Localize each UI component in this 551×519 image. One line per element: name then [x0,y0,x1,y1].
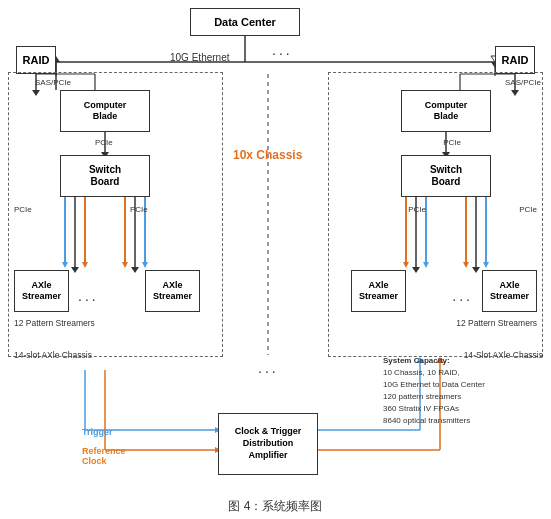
figure-caption: 图 4：系统频率图 [0,498,551,515]
pcie-left-sw: PCIe [14,205,32,214]
pcie-right-sw-l: PCIe [130,205,148,214]
ref-clock-text: ReferenceClock [82,446,126,466]
computer-blade-right-label: ComputerBlade [425,100,468,122]
raid-right: RAID [495,46,535,74]
raid-right-label: RAID [502,54,529,66]
data-center-box: Data Center [190,8,300,36]
computer-blade-right: ComputerBlade [401,90,491,132]
pattern-streamers-left: 12 Pattern Streamers [14,318,95,328]
dots-center-top: ... [272,42,293,58]
clock-trigger-label: Clock & TriggerDistributionAmplifier [235,426,302,461]
axle-streamer-left-left: AXleStreamer [14,270,69,312]
axle-streamer-right-left: AXleStreamer [351,270,406,312]
computer-blade-left-label: ComputerBlade [84,100,127,122]
ethernet-label: 10G Ethernet [170,52,229,63]
raid-left: RAID [16,46,56,74]
dots-right: ... [452,288,473,304]
axle-streamer-right-right: AXleStreamer [482,270,537,312]
axle-rl-label: AXleStreamer [359,280,398,302]
slot-label-left: 14-slot AXle Chassis [14,350,92,360]
pcie-label-left-cb: PCIe [95,138,113,147]
switch-board-left-label: SwitchBoard [89,164,121,188]
axle-lr-label: AXleStreamer [153,280,192,302]
pcie-right-sw-r: PCIe [408,205,426,214]
axle-ll-label: AXleStreamer [22,280,61,302]
sys-cap-title: System Capacity: [383,356,450,365]
dots-left: ... [78,288,99,304]
switch-board-right-label: SwitchBoard [430,164,462,188]
system-capacity: System Capacity: 10 Chassis, 10 RAID,10G… [383,355,543,427]
axle-streamer-left-right: AXleStreamer [145,270,200,312]
switch-board-left: SwitchBoard [60,155,150,197]
axle-rr-label: AXleStreamer [490,280,529,302]
switch-board-right: SwitchBoard [401,155,491,197]
raid-left-label: RAID [23,54,50,66]
diagram-container: Data Center 10G Ethernet ... RAID RAID S… [0,0,551,519]
pcie-far-right-sw: PCIe [519,205,537,214]
chassis-count: 10x Chassis [233,148,302,162]
dots-center-mid: ... [258,360,279,376]
sys-cap-details: 10 Chassis, 10 RAID,10G Ethernet to Data… [383,368,485,425]
trigger-label: Trigger [82,427,113,437]
computer-blade-left: ComputerBlade [60,90,150,132]
pcie-label-right-cb: PCIe [443,138,461,147]
pattern-streamers-right: 12 Pattern Streamers [456,318,537,328]
clock-trigger-box: Clock & TriggerDistributionAmplifier [218,413,318,475]
data-center-label: Data Center [214,16,276,28]
ref-clock-label: ReferenceClock [82,446,126,466]
